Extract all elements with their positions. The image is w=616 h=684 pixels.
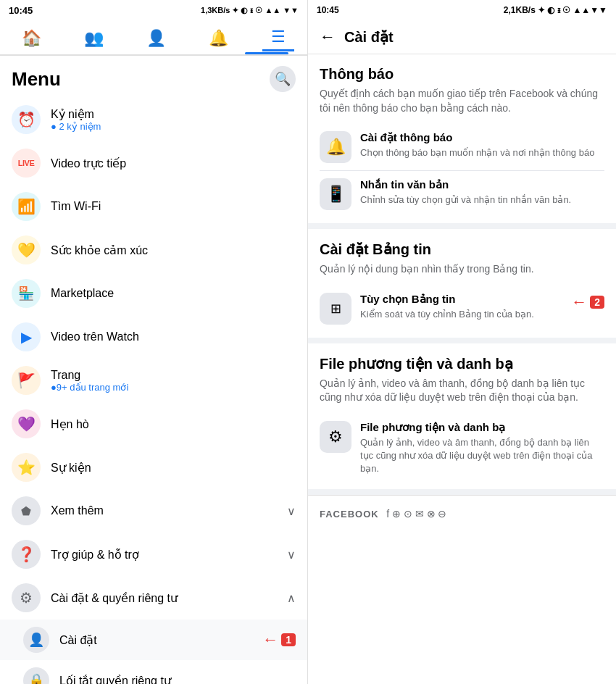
settings-sms[interactable]: 📱 Nhắn tin văn bản Chỉnh sửa tùy chọn gử…: [320, 170, 604, 217]
watch-label: Video trên Watch: [51, 330, 296, 343]
annotation-num-2: 2: [590, 296, 604, 309]
settings-privacy-arrow: ∧: [287, 591, 296, 605]
live-icon: LIVE: [12, 149, 41, 178]
menu-item-wifi[interactable]: 📶 Tìm Wi-Fi: [0, 185, 307, 228]
right-header: ← Cài đặt: [308, 20, 616, 54]
settings-content: Thông báo Quyết định cách bạn muốn giao …: [308, 54, 616, 684]
dating-label: Hẹn hò: [51, 417, 296, 431]
help-icon: ❓: [12, 540, 41, 569]
wifi-icon: 📶: [12, 192, 41, 221]
settings-media-files[interactable]: ⚙ File phương tiện và danh bạ Quản lý ản…: [320, 414, 604, 483]
section-newsfeed-desc: Quản lý nội dung bạn nhìn thấy trong Bản…: [320, 262, 604, 277]
media-files-label: File phương tiện và danh bạ: [360, 421, 604, 434]
menu-item-see-more[interactable]: ⬟ Xem thêm ∨: [0, 489, 307, 533]
menu-item-settings[interactable]: 👤 Cài đặt ← 1: [0, 620, 307, 660]
dating-icon: 💜: [12, 409, 41, 438]
settings-label: Cài đặt: [59, 633, 252, 647]
notif-settings-label: Cài đặt thông báo: [360, 131, 604, 144]
menu-item-live[interactable]: LIVE Video trực tiếp: [0, 141, 307, 185]
feed-prefs-desc: Kiểm soát và tùy chỉnh Bảng tin của bạn.: [360, 308, 562, 321]
nav-menu[interactable]: ☰: [262, 25, 294, 51]
see-more-icon: ⬟: [12, 496, 41, 525]
live-label: Video trực tiếp: [51, 157, 296, 170]
sms-label: Nhắn tin văn bản: [360, 178, 604, 191]
facebook-social-icons: f ⊕ ⊙ ✉ ⊗ ⊖: [386, 508, 446, 520]
shortcuts-icon: 🔒: [23, 667, 49, 684]
events-label: Sự kiện: [51, 461, 296, 475]
section-notifications-title: Thông báo: [320, 66, 604, 83]
menu-item-marketplace[interactable]: 🏪 Marketplace: [0, 272, 307, 315]
emotions-icon: 💛: [12, 235, 41, 264]
menu-header: Menu 🔍: [0, 56, 307, 98]
pages-icon: 🚩: [12, 366, 41, 395]
watch-icon: ▶: [12, 322, 41, 351]
pages-label: Trang: [51, 369, 296, 382]
help-label: Trợ giúp & hỗ trợ: [51, 548, 277, 562]
nav-bell[interactable]: 🔔: [200, 26, 237, 51]
section-newsfeed-title: Cài đặt Bảng tin: [320, 241, 604, 258]
section-media: File phương tiện và danh bạ Quản lý ảnh,…: [308, 343, 616, 495]
wifi-label: Tìm Wi-Fi: [51, 200, 296, 213]
feed-prefs-label: Tùy chọn Bảng tin: [360, 293, 562, 306]
pages-sub: ●9+ dấu trang mới: [51, 382, 296, 393]
settings-feed-prefs[interactable]: ⊞ Tùy chọn Bảng tin Kiểm soát và tùy chỉ…: [320, 285, 604, 332]
back-button[interactable]: ←: [320, 28, 336, 46]
sms-icon: 📱: [320, 178, 351, 210]
media-files-icon: ⚙: [320, 421, 351, 453]
right-header-title: Cài đặt: [344, 28, 394, 46]
status-icons-right: 2,1KB/s ✦ ◐ ᵻ ☉ ▲▲▼▼: [504, 5, 607, 15]
status-bar-right: 10:45 2,1KB/s ✦ ◐ ᵻ ☉ ▲▲▼▼: [308, 0, 616, 20]
help-arrow: ∨: [287, 548, 296, 562]
left-panel: 10:45 1,3KB/s ✦ ◐ ᵻ ☉ ▲▲ ▼▼ 🏠 👥 👤 🔔 ☰ Me…: [0, 0, 308, 684]
notif-settings-desc: Chọn thông báo bạn muốn nhận và nơi nhận…: [360, 146, 604, 159]
menu-item-memories[interactable]: ⏰ Kỷ niệm ● 2 kỷ niệm: [0, 98, 307, 141]
feed-prefs-icon: ⊞: [320, 293, 351, 325]
time-right: 10:45: [317, 5, 339, 15]
menu-item-watch[interactable]: ▶ Video trên Watch: [0, 315, 307, 359]
menu-item-emotions[interactable]: 💛 Sức khỏe cảm xúc: [0, 228, 307, 272]
menu-title: Menu: [12, 68, 61, 91]
memories-label: Kỷ niệm: [51, 107, 296, 121]
sms-desc: Chỉnh sửa tùy chọn gửi và nhận tin nhắn …: [360, 193, 604, 207]
shortcuts-label: Lối tắt quyền riêng tư: [59, 674, 296, 685]
settings-icon: 👤: [23, 627, 49, 653]
notif-settings-icon: 🔔: [320, 131, 351, 163]
emotions-label: Sức khỏe cảm xúc: [51, 243, 296, 257]
right-panel: 10:45 2,1KB/s ✦ ◐ ᵻ ☉ ▲▲▼▼ ← Cài đặt Thô…: [308, 0, 616, 684]
nav-bar: 🏠 👥 👤 🔔 ☰: [0, 20, 307, 56]
settings-privacy-label: Cài đặt & quyền riêng tư: [51, 591, 277, 605]
menu-item-events[interactable]: ⭐ Sự kiện: [0, 446, 307, 489]
menu-item-pages[interactable]: 🚩 Trang ●9+ dấu trang mới: [0, 359, 307, 402]
facebook-footer: FACEBOOK f ⊕ ⊙ ✉ ⊗ ⊖: [308, 495, 616, 529]
menu-item-help[interactable]: ❓ Trợ giúp & hỗ trợ ∨: [0, 533, 307, 576]
nav-profile[interactable]: 👤: [138, 26, 175, 51]
memories-sub: ● 2 kỷ niệm: [51, 121, 296, 132]
annotation-num-1: 1: [281, 633, 296, 646]
red-arrow-1: ←: [262, 630, 278, 649]
menu-list: ⏰ Kỷ niệm ● 2 kỷ niệm LIVE Video trực ti…: [0, 98, 307, 684]
marketplace-label: Marketplace: [51, 287, 296, 300]
status-bar-left: 10:45 1,3KB/s ✦ ◐ ᵻ ☉ ▲▲ ▼▼: [0, 0, 307, 20]
nav-home[interactable]: 🏠: [13, 26, 50, 51]
see-more-arrow: ∨: [287, 504, 296, 518]
marketplace-icon: 🏪: [12, 279, 41, 308]
search-icon: 🔍: [275, 71, 291, 87]
section-notifications-desc: Quyết định cách bạn muốn giao tiếp trên …: [320, 87, 604, 115]
see-more-label: Xem thêm: [51, 504, 277, 517]
time-left: 10:45: [9, 5, 33, 16]
settings-notif-settings[interactable]: 🔔 Cài đặt thông báo Chọn thông báo bạn m…: [320, 124, 604, 170]
menu-item-settings-privacy[interactable]: ⚙ Cài đặt & quyền riêng tư ∧: [0, 576, 307, 620]
menu-item-dating[interactable]: 💜 Hẹn hò: [0, 402, 307, 446]
search-button[interactable]: 🔍: [270, 66, 296, 92]
annotation-1: ← 1: [262, 630, 296, 649]
menu-item-shortcuts[interactable]: 🔒 Lối tắt quyền riêng tư: [0, 660, 307, 684]
facebook-brand: FACEBOOK: [320, 509, 379, 520]
events-icon: ⭐: [12, 453, 41, 482]
section-media-title: File phương tiện và danh bạ: [320, 355, 604, 372]
section-notifications: Thông báo Quyết định cách bạn muốn giao …: [308, 54, 616, 229]
section-media-desc: Quản lý ảnh, video và âm thanh, đồng bộ …: [320, 377, 604, 405]
section-newsfeed: Cài đặt Bảng tin Quản lý nội dung bạn nh…: [308, 229, 616, 343]
annotation-2: ← 2: [571, 293, 604, 312]
memories-icon: ⏰: [12, 105, 41, 134]
nav-friends[interactable]: 👥: [75, 26, 112, 51]
